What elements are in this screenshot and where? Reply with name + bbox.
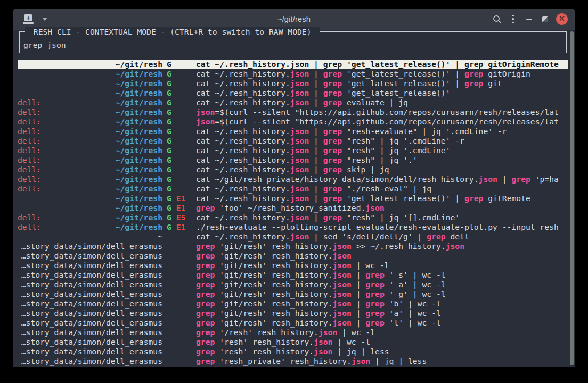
command-text: grep 'resh' resh_history.json | wc -l bbox=[196, 337, 568, 347]
error-flag: E5 bbox=[176, 213, 186, 222]
host-label: dell: bbox=[18, 107, 41, 117]
history-row[interactable]: ~/git/reshG E1grep 'foo' ~/resh_history_… bbox=[18, 203, 568, 213]
command-text: cat ~/.resh_history.json | grep 'get_lat… bbox=[196, 69, 568, 79]
git-flag: G bbox=[167, 155, 172, 164]
history-row[interactable]: …story_data/simon/dell_erasmusgrep 'git/… bbox=[18, 318, 568, 328]
flags: G bbox=[162, 107, 196, 117]
git-flag: G bbox=[167, 146, 172, 155]
history-row[interactable]: ~/git/reshGcat ~/.resh_history.json | gr… bbox=[18, 88, 568, 98]
history-row[interactable]: …story_data/simon/dell_erasmusgrep 'git/… bbox=[18, 280, 568, 289]
history-list: ~/git/reshGcat ~/.resh_history.json | gr… bbox=[18, 60, 568, 366]
git-flag: G bbox=[167, 98, 172, 107]
terminal-window: + ~/git/resh ✕ bbox=[13, 9, 575, 367]
flags bbox=[162, 356, 196, 366]
flags bbox=[162, 261, 196, 270]
directory-label: ~/git/resh bbox=[116, 117, 162, 127]
history-row[interactable]: …story_data/simon/dell_erasmusgrep 'git/… bbox=[18, 289, 568, 299]
search-icon bbox=[493, 15, 502, 24]
history-row[interactable]: dell:~/git/reshGcat ~/.resh_history.json… bbox=[18, 184, 568, 194]
history-row[interactable]: dell:~/git/reshGcat ~/.resh_history.json… bbox=[18, 98, 568, 107]
flags bbox=[162, 299, 196, 309]
git-flag: G bbox=[167, 165, 172, 174]
host-label: dell: bbox=[18, 127, 41, 136]
history-row[interactable]: …story_data/simon/dell_erasmusgrep '/res… bbox=[18, 328, 568, 337]
new-tab-icon: + bbox=[24, 14, 32, 21]
history-row[interactable]: …story_data/simon/dell_erasmusgrep 'resh… bbox=[18, 347, 568, 356]
history-row[interactable]: …story_data/simon/dell_erasmusgrep 'git/… bbox=[18, 270, 568, 280]
history-row[interactable]: dell:~/git/reshG E5cat ~/.resh_history.j… bbox=[18, 213, 568, 222]
command-text: cat ~/.resh_history.json | grep "resh" |… bbox=[196, 136, 568, 146]
scrollbar-thumb[interactable] bbox=[570, 31, 574, 365]
history-row[interactable]: ~cat ~/.resh_history.json | sed 's/dell/… bbox=[18, 232, 568, 242]
flags bbox=[162, 328, 196, 337]
history-row[interactable]: ~/git/reshG E1cat ~/.resh_history.json |… bbox=[18, 194, 568, 203]
history-row[interactable]: dell:~/git/reshGcat ~/.resh_history.json… bbox=[18, 165, 568, 174]
git-flag: G bbox=[167, 136, 172, 145]
chevron-down-icon[interactable] bbox=[42, 18, 47, 21]
history-row[interactable]: …story_data/simon/dell_erasmusgrep 'git/… bbox=[18, 261, 568, 270]
directory-label: …story_data/simon/dell_erasmus bbox=[21, 337, 162, 347]
resh-mode-header: RESH CLI - CONTEXTUAL MODE - (CTRL+R to … bbox=[25, 27, 320, 37]
history-row[interactable]: …story_data/simon/dell_erasmusgrep 'resh… bbox=[18, 337, 568, 347]
directory-label: …story_data/simon/dell_erasmus bbox=[21, 280, 162, 289]
history-row[interactable]: dell:~/git/reshGcat ~/.resh_history.json… bbox=[18, 136, 568, 146]
kebab-menu-icon bbox=[512, 15, 514, 24]
flags bbox=[162, 242, 196, 251]
host-label: dell: bbox=[18, 155, 41, 165]
flags bbox=[162, 309, 196, 318]
menu-button[interactable] bbox=[505, 11, 521, 27]
history-row[interactable]: dell:~/git/reshGcat ~/git/resh_private/h… bbox=[18, 174, 568, 184]
close-button[interactable]: ✕ bbox=[556, 13, 568, 25]
command-text: cat ~/.resh_history.json | grep "resh" |… bbox=[196, 213, 568, 222]
flags: G bbox=[162, 69, 196, 79]
directory-label: …story_data/simon/dell_erasmus bbox=[21, 270, 162, 280]
history-row[interactable]: …story_data/simon/dell_erasmusgrep 'resh… bbox=[18, 356, 568, 366]
directory-label: ~/git/resh bbox=[116, 98, 162, 107]
directory-label: ~/git/resh bbox=[116, 222, 162, 232]
command-text: grep 'foo' ~/resh_history_sanitized.json bbox=[196, 203, 568, 213]
command-text: grep 'git/resh' resh_history.json bbox=[196, 251, 568, 261]
history-row[interactable]: dell:~/git/reshGjson=$(curl --silent "ht… bbox=[18, 107, 568, 117]
host-label: dell: bbox=[18, 117, 41, 127]
directory-label: ~/git/resh bbox=[116, 69, 162, 79]
new-tab-button[interactable]: + bbox=[22, 14, 34, 24]
flags: G E1 bbox=[162, 194, 196, 203]
history-row[interactable]: dell:~/git/reshGcat ~/.resh_history.json… bbox=[18, 146, 568, 155]
history-row[interactable]: dell:~/git/reshG E1./resh-evaluate --plo… bbox=[18, 222, 568, 232]
git-flag: G bbox=[167, 79, 172, 88]
directory-label: …story_data/simon/dell_erasmus bbox=[21, 251, 162, 261]
history-row[interactable]: ~/git/reshGcat ~/.resh_history.json | gr… bbox=[18, 69, 568, 79]
restore-button[interactable] bbox=[537, 11, 553, 27]
history-row[interactable]: dell:~/git/reshGcat ~/.resh_history.json… bbox=[18, 127, 568, 136]
error-flag: E1 bbox=[176, 203, 186, 212]
git-flag: G bbox=[167, 88, 172, 97]
command-text: json=$(curl --silent "https://api.github… bbox=[196, 117, 568, 127]
git-flag: G bbox=[167, 117, 172, 126]
titlebar[interactable]: + ~/git/resh ✕ bbox=[13, 9, 575, 30]
command-text: cat ~/.resh_history.json | grep "resh" |… bbox=[196, 146, 568, 155]
history-row[interactable]: dell:~/git/reshGcat ~/.resh_history.json… bbox=[18, 155, 568, 165]
directory-label: …story_data/simon/dell_erasmus bbox=[21, 347, 162, 356]
flags bbox=[162, 347, 196, 356]
history-row[interactable]: …story_data/simon/dell_erasmusgrep 'git/… bbox=[18, 309, 568, 318]
command-text: cat ~/.resh_history.json | grep "resh-ev… bbox=[196, 127, 568, 136]
history-row[interactable]: dell:~/git/reshGjson=$(curl --silent "ht… bbox=[18, 117, 568, 127]
search-button[interactable] bbox=[489, 11, 505, 27]
host-label: dell: bbox=[18, 146, 41, 155]
search-query-input[interactable]: grep json bbox=[23, 40, 66, 50]
minimize-button[interactable] bbox=[521, 11, 537, 27]
history-row[interactable]: ~/git/reshGcat ~/.resh_history.json | gr… bbox=[18, 79, 568, 88]
command-text: grep 'git/resh' resh_history.json | grep… bbox=[196, 299, 568, 309]
flags bbox=[162, 251, 196, 261]
directory-label: ~/git/resh bbox=[116, 146, 162, 155]
history-row[interactable]: …story_data/simon/dell_erasmusgrep 'git/… bbox=[18, 251, 568, 261]
history-row[interactable]: …story_data/simon/dell_erasmusgrep 'git/… bbox=[18, 299, 568, 309]
history-row[interactable]: ~/git/reshGcat ~/.resh_history.json | gr… bbox=[18, 60, 568, 69]
flags: G bbox=[162, 155, 196, 165]
history-row[interactable]: …story_data/simon/dell_erasmusgrep 'git/… bbox=[18, 242, 568, 251]
command-text: cat ~/.resh_history.json | grep "./resh-… bbox=[196, 184, 568, 194]
git-flag: G bbox=[167, 213, 172, 222]
scrollbar[interactable] bbox=[568, 30, 575, 367]
git-flag: G bbox=[167, 174, 172, 184]
directory-label: ~/git/resh bbox=[116, 107, 162, 117]
